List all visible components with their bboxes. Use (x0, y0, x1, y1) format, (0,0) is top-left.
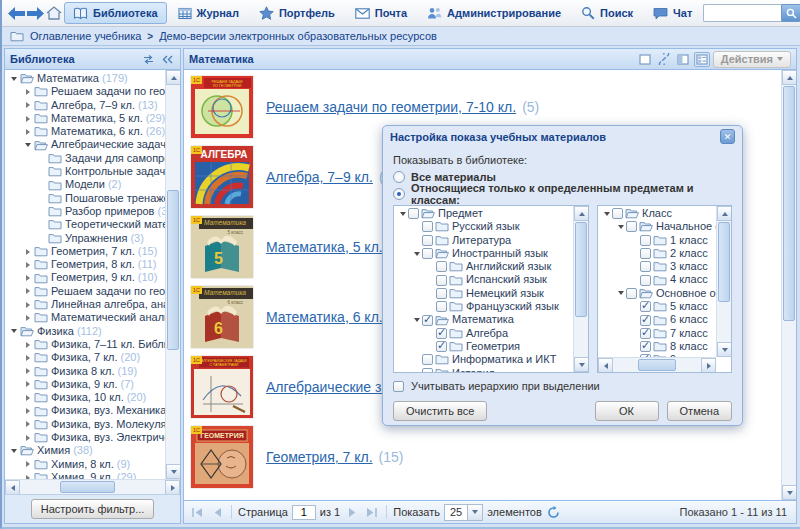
tree-item[interactable]: Геометрия (394, 340, 573, 353)
book-cover[interactable]: АЛГЕБРА1С (191, 146, 253, 208)
tree-item[interactable]: 8 класс (598, 340, 716, 353)
tree-item[interactable]: Начальное образование (598, 220, 716, 233)
configure-filter-button[interactable]: Настроить фильтр... (31, 499, 155, 519)
expand-arrow-icon[interactable] (398, 212, 408, 216)
tree-item[interactable]: Предмет (394, 207, 573, 220)
tree-item[interactable]: Литература (394, 234, 573, 247)
checkbox[interactable] (393, 381, 404, 392)
last-page-button[interactable] (364, 504, 380, 520)
checkbox[interactable] (640, 235, 651, 246)
checkbox[interactable] (422, 248, 433, 259)
toolbar-button-portfolio[interactable]: Портфель (250, 2, 344, 24)
checkbox[interactable] (436, 341, 447, 352)
clear-all-button[interactable]: Очистить все (393, 401, 487, 421)
tree-item[interactable]: Решаем задачи по геометрии, 7-10 кл.(5) (5, 85, 165, 98)
scroll-up-button[interactable] (782, 70, 796, 85)
book-cover[interactable]: ГЕОМЕТРИЯ1С (191, 426, 253, 488)
expand-arrow-icon[interactable] (23, 143, 33, 147)
search-input[interactable] (703, 4, 781, 22)
tree-item[interactable]: 7 класс (598, 327, 716, 340)
tree-item[interactable]: Французский язык (394, 300, 573, 313)
expand-arrow-icon[interactable] (23, 116, 33, 122)
class-tree-horizontal-scrollbar[interactable] (598, 357, 716, 372)
back-button[interactable] (8, 2, 25, 24)
scroll-thumb[interactable] (638, 359, 676, 371)
tree-item[interactable]: Математика (394, 313, 573, 326)
toolbar-button-journal[interactable]: Журнал (169, 2, 248, 24)
tree-item[interactable]: Контрольные задачи(3) (5, 165, 165, 178)
checkbox[interactable] (436, 288, 447, 299)
tree-item[interactable]: Пошаговые тренажеры(3) (5, 192, 165, 205)
tree-item[interactable]: Класс (598, 207, 716, 220)
expand-arrow-icon[interactable] (9, 329, 19, 333)
scroll-down-button[interactable] (782, 485, 796, 500)
prev-page-button[interactable] (209, 504, 225, 520)
scroll-up-button[interactable] (166, 70, 180, 85)
tree-item[interactable]: Информатика и ИКТ (394, 353, 573, 366)
book-cover[interactable]: Математика5 класс51С (191, 216, 253, 278)
tree-item[interactable]: Физика(112) (5, 325, 165, 338)
tree-item[interactable]: Физика, вуз. Электричество(6) (5, 431, 165, 444)
toolbar-button-mail[interactable]: Почта (346, 2, 416, 24)
tree-item[interactable]: 6 класс (598, 313, 716, 326)
expand-arrow-icon[interactable] (23, 102, 33, 108)
tree-item[interactable]: Геометрия, 7 кл.(15) (5, 245, 165, 258)
tree-item[interactable]: Алгебраические задачи с параметрами (5, 138, 165, 151)
sidebar-horizontal-scrollbar[interactable] (5, 479, 180, 494)
tree-item[interactable]: Теоретический материал(3) (5, 218, 165, 231)
scroll-down-button[interactable] (717, 342, 732, 357)
scroll-up-button[interactable] (574, 206, 589, 221)
tree-item[interactable]: Физика, 7 кл.(20) (5, 351, 165, 364)
checkbox[interactable] (422, 221, 433, 232)
scroll-thumb[interactable] (575, 222, 587, 317)
tree-item[interactable]: Задачи для самопроверки(3) (5, 152, 165, 165)
checkbox[interactable] (422, 368, 433, 373)
tree-item[interactable]: Физика, 9 кл.(7) (5, 378, 165, 391)
view-split-button[interactable] (675, 52, 691, 67)
expand-arrow-icon[interactable] (23, 435, 33, 441)
expand-arrow-icon[interactable] (23, 421, 33, 427)
scroll-right-button[interactable] (165, 480, 180, 494)
expand-arrow-icon[interactable] (23, 381, 33, 387)
expand-arrow-icon[interactable] (23, 355, 33, 361)
page-size-select[interactable]: 25 (444, 504, 483, 521)
dialog-titlebar[interactable]: Настройка показа учебных материалов ✕ (383, 126, 742, 147)
expand-arrow-icon[interactable] (602, 212, 612, 216)
expand-arrow-icon[interactable] (23, 368, 33, 374)
tree-item[interactable]: Геометрия, 8 кл.(11) (5, 258, 165, 271)
tree-item[interactable]: Физика, 7–11 кл. Библиотека наглядных по… (5, 338, 165, 351)
content-vertical-scrollbar[interactable] (781, 70, 796, 500)
checkbox[interactable] (640, 248, 651, 259)
breadcrumb-root[interactable]: Оглавление учебника (30, 30, 141, 42)
tree-item[interactable]: Упражнения(3) (5, 232, 165, 245)
class-tree-scrollbar[interactable] (716, 206, 731, 357)
scroll-thumb[interactable] (718, 222, 730, 302)
toolbar-button-chat[interactable]: Чат (644, 2, 701, 24)
search-go-button[interactable] (781, 4, 800, 22)
scroll-thumb[interactable] (167, 190, 179, 350)
scroll-down-button[interactable] (574, 357, 589, 372)
toolbar-button-search[interactable]: Поиск (572, 2, 642, 24)
tree-item[interactable]: 5 класс (598, 300, 716, 313)
checkbox[interactable] (640, 341, 651, 352)
expand-arrow-icon[interactable] (23, 302, 33, 308)
checkbox[interactable] (436, 275, 447, 286)
home-button[interactable] (46, 2, 62, 24)
checkbox[interactable] (422, 235, 433, 246)
checkbox[interactable] (422, 315, 433, 326)
tree-item[interactable]: Математика, 6 кл.(26) (5, 125, 165, 138)
ok-button[interactable]: ОК (595, 401, 659, 421)
tree-item[interactable]: Химия, 8 кл.(9) (5, 458, 165, 471)
checkbox[interactable] (640, 315, 651, 326)
forward-button[interactable] (27, 2, 44, 24)
checkbox[interactable] (640, 275, 651, 286)
tree-item[interactable]: Разбор примеров(3) (5, 205, 165, 218)
hierarchy-checkbox-row[interactable]: Учитывать иерархию при выделении (393, 378, 732, 394)
checkbox[interactable] (612, 208, 623, 219)
book-title-link[interactable]: Математика, 6 кл. (266, 309, 383, 325)
checkbox[interactable] (436, 328, 447, 339)
checkbox[interactable] (626, 221, 637, 232)
expand-arrow-icon[interactable] (23, 262, 33, 268)
tree-item[interactable]: Математический анализ(20) (5, 311, 165, 324)
tree-item[interactable]: Алгебра, 7–9 кл.(13) (5, 99, 165, 112)
